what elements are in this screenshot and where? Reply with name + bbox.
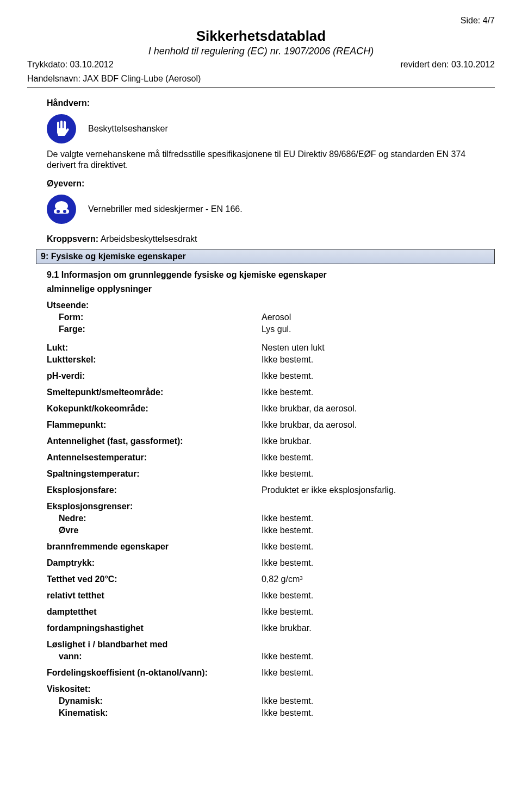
boiling-key: Kokepunkt/kokeområde: <box>47 403 262 414</box>
print-date-label: Trykkdato: <box>27 60 67 69</box>
gloves-caption: Beskyttelseshansker <box>88 123 168 134</box>
body-protection-value: Arbeidsbeskyttelsesdrakt <box>101 234 197 243</box>
vapor-pressure-value: Ikke bestemt. <box>262 558 495 569</box>
vapor-density-key: damptetthet <box>47 607 262 617</box>
lower-limit-value: Ikke bestemt. <box>262 513 495 524</box>
flashpoint-value: Ikke brukbar, da aerosol. <box>262 420 495 430</box>
evaporation-rate-key: fordampningshastighet <box>47 623 262 634</box>
gloves-icon <box>47 114 76 143</box>
dynamic-visc-key: Dynamisk: <box>47 696 103 705</box>
goggles-icon <box>47 195 76 224</box>
revised-date-value: 03.10.2012 <box>451 60 495 69</box>
dynamic-visc-value: Ikke bestemt. <box>262 696 495 707</box>
page-number: Side: 4/7 <box>27 15 495 26</box>
partition-coef-value: Ikke bestemt. <box>262 667 495 678</box>
form-key: Form: <box>47 313 83 322</box>
print-date-value: 03.10.2012 <box>70 60 114 69</box>
oxidizing-key: brannfremmende egenskaper <box>47 541 262 552</box>
relative-density-value: Ikke bestemt. <box>262 590 495 601</box>
solubility-head: Løslighet i / blandbarhet med <box>47 639 495 650</box>
color-key: Farge: <box>47 324 85 334</box>
appearance-head: Utseende: <box>47 300 495 311</box>
odor-threshold-key: Luktterskel: <box>47 354 262 365</box>
color-value: Lys gul. <box>262 324 495 335</box>
ignition-temp-value: Ikke bestemt. <box>262 452 495 463</box>
decomp-temp-value: Ikke bestemt. <box>262 469 495 479</box>
section-9-1-heading: 9.1 Informasjon om grunnleggende fysiske… <box>47 270 495 280</box>
trade-name-row: Handelsnavn: JAX BDF Cling-Lube (Aerosol… <box>27 73 495 84</box>
revised-date-label: revidert den: <box>401 60 449 69</box>
vapor-density-value: Ikke bestemt. <box>262 607 495 617</box>
lower-limit-key: Nedre: <box>47 514 86 523</box>
ph-value: Ikke bestemt. <box>262 371 495 382</box>
trade-name-label: Handelsnavn: <box>27 74 80 83</box>
water-value: Ikke bestemt. <box>262 651 495 662</box>
kinematic-visc-key: Kinematisk: <box>47 708 108 717</box>
upper-limit-value: Ikke bestemt. <box>262 525 495 536</box>
odor-key: Lukt: <box>47 342 262 353</box>
svg-point-2 <box>57 210 60 213</box>
melting-value: Ikke bestemt. <box>262 387 495 398</box>
kinematic-visc-value: Ikke bestemt. <box>262 708 495 719</box>
decomp-temp-key: Spaltningstemperatur: <box>47 469 262 479</box>
relative-density-key: relativt tetthet <box>47 590 262 601</box>
document-subtitle: I henhold til regulering (EC) nr. 1907/2… <box>27 45 495 58</box>
odor-threshold-value: Ikke bestemt. <box>262 354 495 365</box>
body-protection-label: Kroppsvern: <box>47 234 98 243</box>
water-key: vann: <box>47 652 82 661</box>
revised-date: revidert den: 03.10.2012 <box>401 59 495 70</box>
svg-rect-1 <box>54 209 69 214</box>
vapor-pressure-key: Damptrykk: <box>47 558 262 569</box>
form-value: Aerosol <box>262 312 495 323</box>
section-9-heading: 9: Fysiske og kjemiske egenskaper <box>36 249 495 264</box>
goggles-caption: Vernebriller med sideskjermer - EN 166. <box>88 204 243 215</box>
eye-protection-label: Øyevern: <box>47 178 495 189</box>
boiling-value: Ikke brukbar, da aerosol. <box>262 403 495 414</box>
upper-limit-key: Øvre <box>47 526 78 535</box>
explosion-hazard-key: Eksplosjonsfare: <box>47 485 262 496</box>
explosion-hazard-value: Produktet er ikke eksplosjonsfarlig. <box>262 485 495 496</box>
header-rule <box>27 88 495 88</box>
evaporation-rate-value: Ikke brukbar. <box>262 623 495 634</box>
flammability-value: Ikke brukbar. <box>262 436 495 447</box>
density-value: 0,82 g/cm³ <box>262 574 495 585</box>
flammability-key: Antennelighet (fast, gassformet): <box>47 436 262 447</box>
flashpoint-key: Flammepunkt: <box>47 420 262 430</box>
ph-key: pH-verdi: <box>47 371 262 382</box>
partition-coef-key: Fordelingskoeffisient (n-oktanol/vann): <box>47 667 262 678</box>
document-title: Sikkerhetsdatablad <box>27 27 495 45</box>
density-key: Tetthet ved 20°C: <box>47 574 262 585</box>
viscosity-head: Viskositet: <box>47 684 495 695</box>
svg-point-3 <box>63 210 66 213</box>
hand-protection-text: De valgte vernehanskene må tilfredsstill… <box>47 149 495 171</box>
trade-name-value: JAX BDF Cling-Lube (Aerosol) <box>83 74 201 83</box>
odor-value: Nesten uten lukt <box>262 342 495 353</box>
hand-protection-label: Håndvern: <box>47 98 495 109</box>
melting-key: Smeltepunkt/smelteområde: <box>47 387 262 398</box>
explosion-limits-head: Eksplosjonsgrenser: <box>47 501 495 512</box>
oxidizing-value: Ikke bestemt. <box>262 541 495 552</box>
print-date: Trykkdato: 03.10.2012 <box>27 59 114 70</box>
general-info-label: alminnelige opplysninger <box>47 284 495 295</box>
ignition-temp-key: Antennelsestemperatur: <box>47 452 262 463</box>
